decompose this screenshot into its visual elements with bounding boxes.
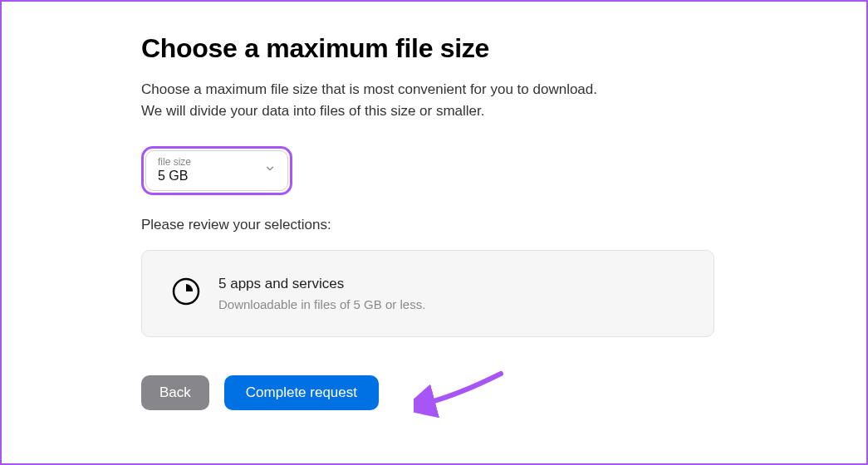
highlight-border xyxy=(0,0,868,465)
dropdown-highlight: file size 5 GB xyxy=(141,146,292,195)
dropdown-value: 5 GB xyxy=(158,169,188,183)
dropdown-label: file size xyxy=(158,156,276,168)
file-size-dropdown[interactable]: file size 5 GB xyxy=(145,150,288,191)
chevron-down-icon xyxy=(264,163,276,178)
